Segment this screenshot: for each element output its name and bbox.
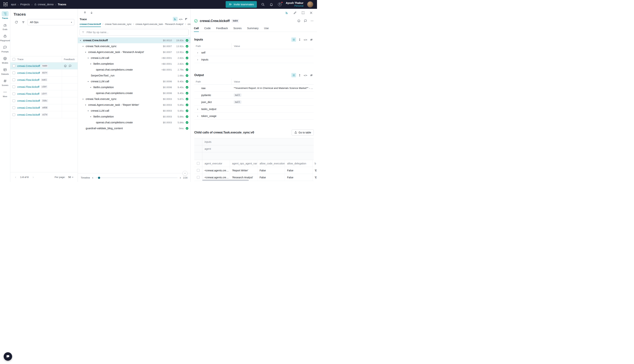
expand-caret[interactable]: [83, 98, 86, 100]
emoji-feedback-button[interactable]: [297, 19, 300, 22]
trace-op-link[interactable]: crewai.Flow.kickoff: [17, 78, 40, 82]
trace-row[interactable]: crewai.Crew.kickoff 316c: [10, 97, 78, 104]
trace-tree-row[interactable]: crewai.LLM.call $0.0003 5.85s: [78, 108, 190, 114]
breadcrumb-project[interactable]: crewai_demo: [34, 3, 54, 6]
per-page-select[interactable]: 50: [67, 175, 75, 180]
prev-call-button[interactable]: [83, 10, 87, 15]
overflow-menu-button[interactable]: [310, 19, 314, 22]
column-header[interactable]: agent_ops_agent_nan: [230, 160, 257, 167]
trace-tree-row[interactable]: SerperDevTool._run 1.66s: [78, 72, 190, 78]
code-view-toggle[interactable]: [178, 17, 183, 21]
expand-all-button[interactable]: [297, 38, 302, 42]
trace-path-item[interactable]: crewai.Crew.kickoff: [80, 22, 101, 27]
trace-op-link[interactable]: crewai.Crew.kickoff: [17, 72, 40, 74]
list-view-button[interactable]: [291, 73, 296, 77]
call-tab[interactable]: Summary: [247, 25, 258, 32]
row-checkbox[interactable]: [197, 169, 200, 172]
hide-values-button[interactable]: [309, 73, 314, 77]
trace-row[interactable]: crewai.Flow.kickoff eab1: [10, 76, 78, 84]
sidebar-item-traces[interactable]: Traces: [0, 11, 10, 19]
sidebar-item-datasets[interactable]: Datasets: [0, 67, 10, 75]
chevron-right-icon[interactable]: [197, 108, 198, 110]
edit-button[interactable]: [293, 11, 297, 15]
trace-tree-row[interactable]: crewai.LLM.call <$0.0001 2.82s: [78, 55, 190, 61]
tree-view-toggle[interactable]: [173, 17, 178, 21]
sidebar-item-prompts[interactable]: Prompts: [0, 44, 10, 53]
trace-tree-row[interactable]: openai.chat.completions.create $0.0003 5…: [78, 120, 190, 125]
trace-op-link[interactable]: crewai.Crew.kickoff: [17, 64, 40, 68]
list-view-button[interactable]: [291, 38, 296, 42]
flame-view-toggle[interactable]: [184, 17, 189, 21]
sidebar-item-scorers[interactable]: Scorers: [0, 78, 10, 86]
row-checkbox[interactable]: [13, 99, 15, 102]
trace-tree-row[interactable]: crewai.LLM.call $0.0006 9.40s: [78, 78, 190, 84]
timeline-slider[interactable]: [96, 178, 178, 178]
call-tab[interactable]: Use: [264, 25, 269, 32]
collapse-timeline-button[interactable]: [183, 171, 187, 176]
ops-filter-dropdown[interactable]: All Ops: [28, 19, 74, 25]
feedback-column-header[interactable]: Feedback: [62, 56, 78, 62]
notifications-button[interactable]: [269, 2, 274, 7]
trace-row[interactable]: crewai.Crew.kickoff 657f: [10, 70, 78, 76]
avatar[interactable]: [307, 1, 313, 8]
select-all-checkbox[interactable]: [197, 162, 200, 165]
chevron-right-icon[interactable]: [197, 114, 198, 117]
column-header[interactable]: allow_code_execution: [257, 160, 285, 167]
row-checkbox[interactable]: [13, 64, 15, 67]
trace-tree-row[interactable]: litellm.completion $0.0006 9.40s: [78, 84, 190, 90]
trace-row[interactable]: crewai.Flow.kickoff c59f: [10, 84, 78, 90]
refresh-button[interactable]: [14, 20, 19, 25]
sidebar-item-more[interactable]: More: [0, 89, 10, 98]
row-checkbox[interactable]: [13, 86, 15, 88]
emoji-feedback-icon[interactable]: [64, 64, 67, 68]
go-to-table-button[interactable]: Go to table: [292, 130, 314, 136]
trace-op-link[interactable]: crewai.Crew.kickoff: [17, 106, 40, 109]
chevron-right-icon[interactable]: [197, 51, 198, 54]
trace-op-link[interactable]: crewai.Flow.kickoff: [17, 92, 40, 95]
trace-op-link[interactable]: crewai.Crew.kickoff: [17, 113, 40, 116]
wandb-logo[interactable]: [3, 2, 8, 7]
fullscreen-button[interactable]: [301, 11, 305, 15]
expand-caret[interactable]: [88, 57, 91, 59]
input-path-row[interactable]: self: [194, 49, 314, 56]
next-call-button[interactable]: [89, 10, 94, 15]
help-button[interactable]: [277, 2, 282, 7]
hide-values-button[interactable]: [309, 38, 314, 42]
trace-tree-row[interactable]: litellm.completion $0.0003 5.84s: [78, 114, 190, 120]
prev-page-button[interactable]: ‹: [13, 175, 18, 179]
close-button[interactable]: [309, 11, 313, 15]
expand-caret[interactable]: [85, 51, 88, 53]
timeline-next-button[interactable]: ›: [180, 176, 181, 180]
timeline-slider-handle[interactable]: [98, 177, 100, 179]
code-view-button[interactable]: [303, 38, 308, 42]
row-checkbox[interactable]: [13, 78, 15, 81]
column-header[interactable]: agent_executor: [202, 160, 230, 167]
call-tab[interactable]: Code: [204, 25, 211, 32]
trace-op-link[interactable]: crewai.Flow.kickoff: [17, 86, 40, 88]
trace-tree-row[interactable]: crewai.Task.execute_sync $0.0003 5.87s: [78, 96, 190, 102]
output-path-row[interactable]: tasks_output: [194, 106, 314, 112]
trace-tree-row[interactable]: guardrail-validate_blog_content 0ms: [78, 125, 190, 131]
expand-caret[interactable]: [90, 63, 93, 65]
trace-tree-row[interactable]: crewai.Crew.kickoff $0.0010 19.83s: [78, 38, 190, 43]
trace-tree-row[interactable]: crewai.Agent.execute_task - 'Report Writ…: [78, 102, 190, 108]
output-path-row[interactable]: pydantic nullnull: [194, 92, 314, 98]
breadcrumb-traces[interactable]: Traces: [58, 3, 66, 6]
trace-tree-row[interactable]: openai.chat.completions.create <$0.0001 …: [78, 67, 190, 72]
trace-tree-row[interactable]: openai.chat.completions.create $0.0006 9…: [78, 90, 190, 96]
output-path-row[interactable]: json_dict nullnull: [194, 98, 314, 106]
row-checkbox[interactable]: [13, 113, 15, 116]
search-button[interactable]: [260, 2, 265, 7]
expand-caret[interactable]: [88, 110, 91, 112]
tree-layout-button[interactable]: [285, 11, 289, 15]
op-filter-input[interactable]: [86, 30, 187, 34]
trace-row[interactable]: crewai.Crew.kickoff a17d: [10, 111, 78, 118]
breadcrumb-entity[interactable]: ayut: [11, 3, 16, 6]
timeline-prev-button[interactable]: ‹: [92, 176, 93, 180]
row-checkbox[interactable]: [13, 106, 15, 109]
trace-path-item[interactable]: crewai.Agent.execute_task - 'Research An…: [132, 22, 184, 27]
invite-teammates-button[interactable]: Invite teammates: [226, 1, 257, 8]
expand-caret[interactable]: [80, 40, 83, 42]
trace-tree-row[interactable]: crewai.Agent.execute_task - 'Research An…: [78, 49, 190, 55]
horizontal-scrollbar[interactable]: [202, 180, 313, 181]
